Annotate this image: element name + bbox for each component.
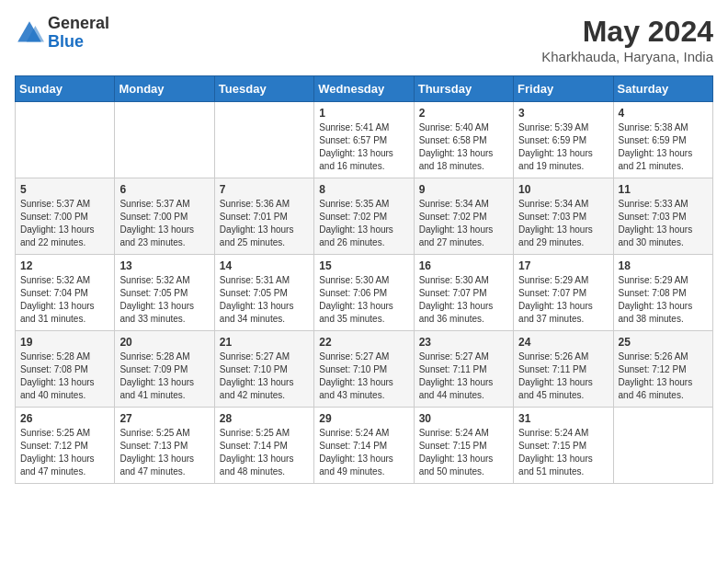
day-number: 7: [220, 183, 309, 196]
day-info: Sunrise: 5:24 AM Sunset: 7:15 PM Dayligh…: [419, 427, 508, 478]
calendar-cell: 19Sunrise: 5:28 AM Sunset: 7:08 PM Dayli…: [16, 331, 115, 408]
day-number: 26: [20, 412, 109, 425]
calendar-cell: 25Sunrise: 5:26 AM Sunset: 7:12 PM Dayli…: [613, 331, 712, 408]
day-info: Sunrise: 5:37 AM Sunset: 7:00 PM Dayligh…: [119, 198, 209, 249]
day-number: 4: [619, 107, 708, 120]
calendar-week-row: 26Sunrise: 5:25 AM Sunset: 7:12 PM Dayli…: [16, 408, 713, 484]
day-number: 11: [619, 183, 708, 196]
calendar-week-row: 5Sunrise: 5:37 AM Sunset: 7:00 PM Daylig…: [16, 178, 713, 255]
day-info: Sunrise: 5:24 AM Sunset: 7:15 PM Dayligh…: [518, 427, 608, 478]
day-number: 24: [518, 336, 608, 349]
calendar-cell: 5Sunrise: 5:37 AM Sunset: 7:00 PM Daylig…: [16, 178, 115, 255]
location-text: Kharkhauda, Haryana, India: [541, 49, 713, 64]
day-info: Sunrise: 5:30 AM Sunset: 7:06 PM Dayligh…: [319, 274, 408, 326]
day-number: 14: [220, 259, 309, 272]
col-header-wednesday: Wednesday: [314, 76, 414, 102]
day-info: Sunrise: 5:37 AM Sunset: 7:00 PM Dayligh…: [20, 198, 109, 249]
day-info: Sunrise: 5:38 AM Sunset: 6:59 PM Dayligh…: [619, 121, 708, 173]
page-header: General Blue May 2024 Kharkhauda, Haryan…: [15, 15, 713, 64]
day-info: Sunrise: 5:25 AM Sunset: 7:12 PM Dayligh…: [20, 427, 109, 478]
day-info: Sunrise: 5:25 AM Sunset: 7:14 PM Dayligh…: [220, 427, 309, 478]
month-year-title: May 2024: [541, 15, 713, 49]
day-info: Sunrise: 5:34 AM Sunset: 7:02 PM Dayligh…: [419, 198, 508, 249]
calendar-cell: 11Sunrise: 5:33 AM Sunset: 7:03 PM Dayli…: [613, 178, 712, 255]
calendar-cell: [613, 408, 712, 484]
day-info: Sunrise: 5:26 AM Sunset: 7:12 PM Dayligh…: [619, 350, 708, 402]
calendar-cell: 31Sunrise: 5:24 AM Sunset: 7:15 PM Dayli…: [514, 408, 613, 484]
calendar-table: SundayMondayTuesdayWednesdayThursdayFrid…: [15, 75, 713, 484]
logo: General Blue: [15, 15, 109, 52]
calendar-cell: 13Sunrise: 5:32 AM Sunset: 7:05 PM Dayli…: [115, 255, 214, 331]
day-info: Sunrise: 5:29 AM Sunset: 7:07 PM Dayligh…: [518, 274, 608, 326]
calendar-cell: 10Sunrise: 5:34 AM Sunset: 7:03 PM Dayli…: [514, 178, 613, 255]
logo-general-text: General: [48, 14, 109, 32]
day-info: Sunrise: 5:41 AM Sunset: 6:57 PM Dayligh…: [319, 121, 408, 173]
day-number: 27: [119, 412, 209, 425]
day-number: 18: [619, 259, 708, 272]
calendar-cell: 29Sunrise: 5:24 AM Sunset: 7:14 PM Dayli…: [314, 408, 414, 484]
calendar-cell: 30Sunrise: 5:24 AM Sunset: 7:15 PM Dayli…: [414, 408, 513, 484]
day-info: Sunrise: 5:29 AM Sunset: 7:08 PM Dayligh…: [619, 274, 708, 326]
col-header-monday: Monday: [115, 76, 214, 102]
calendar-cell: 26Sunrise: 5:25 AM Sunset: 7:12 PM Dayli…: [16, 408, 115, 484]
calendar-cell: 28Sunrise: 5:25 AM Sunset: 7:14 PM Dayli…: [214, 408, 313, 484]
calendar-cell: 18Sunrise: 5:29 AM Sunset: 7:08 PM Dayli…: [613, 255, 712, 331]
day-number: 3: [518, 107, 608, 120]
calendar-cell: 3Sunrise: 5:39 AM Sunset: 6:59 PM Daylig…: [514, 102, 613, 178]
calendar-cell: 7Sunrise: 5:36 AM Sunset: 7:01 PM Daylig…: [214, 178, 313, 255]
day-number: 9: [419, 183, 508, 196]
day-number: 17: [518, 259, 608, 272]
day-number: 25: [619, 336, 708, 349]
logo-blue-text: Blue: [48, 32, 84, 51]
col-header-sunday: Sunday: [16, 76, 115, 102]
day-info: Sunrise: 5:32 AM Sunset: 7:05 PM Dayligh…: [119, 274, 209, 326]
calendar-cell: 8Sunrise: 5:35 AM Sunset: 7:02 PM Daylig…: [314, 178, 414, 255]
day-number: 31: [518, 412, 608, 425]
calendar-week-row: 19Sunrise: 5:28 AM Sunset: 7:08 PM Dayli…: [16, 331, 713, 408]
logo-icon: [15, 18, 44, 48]
day-number: 20: [119, 336, 209, 349]
day-info: Sunrise: 5:39 AM Sunset: 6:59 PM Dayligh…: [518, 121, 608, 173]
calendar-cell: 9Sunrise: 5:34 AM Sunset: 7:02 PM Daylig…: [414, 178, 513, 255]
day-number: 22: [319, 336, 408, 349]
calendar-week-row: 1Sunrise: 5:41 AM Sunset: 6:57 PM Daylig…: [16, 102, 713, 178]
day-info: Sunrise: 5:35 AM Sunset: 7:02 PM Dayligh…: [319, 198, 408, 249]
col-header-tuesday: Tuesday: [214, 76, 313, 102]
col-header-friday: Friday: [514, 76, 613, 102]
day-info: Sunrise: 5:31 AM Sunset: 7:05 PM Dayligh…: [220, 274, 309, 326]
calendar-cell: 16Sunrise: 5:30 AM Sunset: 7:07 PM Dayli…: [414, 255, 513, 331]
calendar-cell: 14Sunrise: 5:31 AM Sunset: 7:05 PM Dayli…: [214, 255, 313, 331]
calendar-cell: 6Sunrise: 5:37 AM Sunset: 7:00 PM Daylig…: [115, 178, 214, 255]
day-info: Sunrise: 5:28 AM Sunset: 7:09 PM Dayligh…: [119, 350, 209, 402]
day-number: 19: [20, 336, 109, 349]
day-number: 2: [419, 107, 508, 120]
calendar-cell: 20Sunrise: 5:28 AM Sunset: 7:09 PM Dayli…: [115, 331, 214, 408]
day-info: Sunrise: 5:28 AM Sunset: 7:08 PM Dayligh…: [20, 350, 109, 402]
calendar-cell: 17Sunrise: 5:29 AM Sunset: 7:07 PM Dayli…: [514, 255, 613, 331]
day-number: 29: [319, 412, 408, 425]
calendar-cell: 27Sunrise: 5:25 AM Sunset: 7:13 PM Dayli…: [115, 408, 214, 484]
calendar-cell: [16, 102, 115, 178]
calendar-cell: [214, 102, 313, 178]
day-info: Sunrise: 5:27 AM Sunset: 7:10 PM Dayligh…: [319, 350, 408, 402]
calendar-cell: 24Sunrise: 5:26 AM Sunset: 7:11 PM Dayli…: [514, 331, 613, 408]
calendar-cell: 12Sunrise: 5:32 AM Sunset: 7:04 PM Dayli…: [16, 255, 115, 331]
day-info: Sunrise: 5:33 AM Sunset: 7:03 PM Dayligh…: [619, 198, 708, 249]
calendar-cell: 15Sunrise: 5:30 AM Sunset: 7:06 PM Dayli…: [314, 255, 414, 331]
day-info: Sunrise: 5:36 AM Sunset: 7:01 PM Dayligh…: [220, 198, 309, 249]
day-number: 30: [419, 412, 508, 425]
logo-text: General Blue: [48, 15, 109, 52]
calendar-cell: 4Sunrise: 5:38 AM Sunset: 6:59 PM Daylig…: [613, 102, 712, 178]
day-info: Sunrise: 5:25 AM Sunset: 7:13 PM Dayligh…: [119, 427, 209, 478]
calendar-cell: 21Sunrise: 5:27 AM Sunset: 7:10 PM Dayli…: [214, 331, 313, 408]
day-number: 28: [220, 412, 309, 425]
day-number: 13: [119, 259, 209, 272]
calendar-cell: 1Sunrise: 5:41 AM Sunset: 6:57 PM Daylig…: [314, 102, 414, 178]
day-number: 15: [319, 259, 408, 272]
day-info: Sunrise: 5:32 AM Sunset: 7:04 PM Dayligh…: [20, 274, 109, 326]
day-number: 21: [220, 336, 309, 349]
day-info: Sunrise: 5:30 AM Sunset: 7:07 PM Dayligh…: [419, 274, 508, 326]
day-number: 5: [20, 183, 109, 196]
day-number: 12: [20, 259, 109, 272]
calendar-cell: 2Sunrise: 5:40 AM Sunset: 6:58 PM Daylig…: [414, 102, 513, 178]
